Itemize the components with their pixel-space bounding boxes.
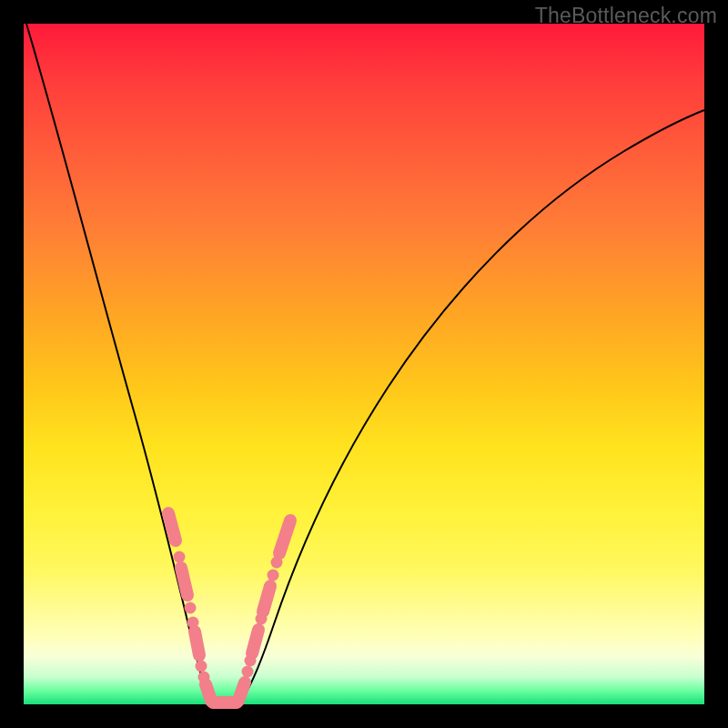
watermark-text: TheBottleneck.com: [535, 4, 717, 28]
accent-seg: [279, 521, 290, 553]
bottleneck-curve-svg: [24, 24, 704, 704]
accent-seg: [252, 630, 258, 653]
accent-dot: [174, 551, 186, 563]
accent-seg: [168, 513, 176, 541]
bottleneck-left-branch: [26, 24, 210, 703]
accent-dot: [185, 602, 197, 614]
accent-seg: [181, 568, 187, 595]
accent-dot: [242, 666, 254, 678]
accent-dot: [268, 570, 279, 581]
accent-dot: [196, 661, 207, 672]
bottleneck-right-branch: [238, 110, 704, 703]
accent-seg: [195, 632, 199, 655]
accent-seg: [238, 682, 245, 701]
chart-frame: [24, 24, 704, 704]
accent-markers: [168, 513, 290, 703]
accent-seg: [263, 586, 270, 612]
